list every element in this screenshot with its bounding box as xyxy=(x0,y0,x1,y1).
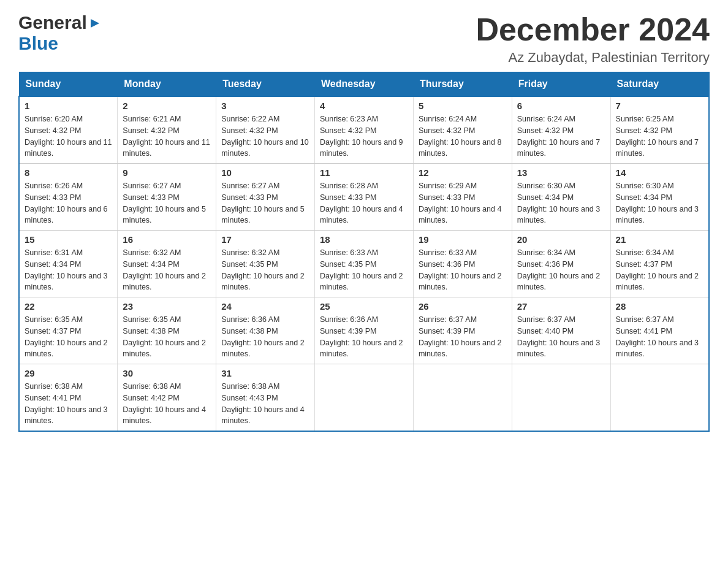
day-info: Sunrise: 6:37 AMSunset: 4:40 PMDaylight:… xyxy=(517,314,605,360)
day-number: 9 xyxy=(123,167,211,178)
calendar-cell: 14Sunrise: 6:30 AMSunset: 4:34 PMDayligh… xyxy=(610,164,709,231)
weekday-header-monday: Monday xyxy=(118,72,216,97)
calendar-cell: 22Sunrise: 6:35 AMSunset: 4:37 PMDayligh… xyxy=(19,297,118,364)
day-info: Sunrise: 6:37 AMSunset: 4:41 PMDaylight:… xyxy=(616,314,703,360)
day-info: Sunrise: 6:33 AMSunset: 4:35 PMDaylight:… xyxy=(320,247,408,293)
calendar-cell: 6Sunrise: 6:24 AMSunset: 4:32 PMDaylight… xyxy=(512,96,610,164)
calendar-cell: 31Sunrise: 6:38 AMSunset: 4:43 PMDayligh… xyxy=(216,364,315,432)
day-number: 21 xyxy=(616,234,703,245)
day-info: Sunrise: 6:33 AMSunset: 4:36 PMDaylight:… xyxy=(419,247,507,293)
day-info: Sunrise: 6:25 AMSunset: 4:32 PMDaylight:… xyxy=(616,113,703,159)
calendar-header-row: SundayMondayTuesdayWednesdayThursdayFrid… xyxy=(19,72,709,97)
calendar-cell xyxy=(512,364,610,432)
day-number: 4 xyxy=(320,101,408,111)
day-number: 18 xyxy=(320,234,408,245)
calendar-cell xyxy=(413,364,512,432)
calendar-cell: 5Sunrise: 6:24 AMSunset: 4:32 PMDaylight… xyxy=(413,96,512,164)
day-info: Sunrise: 6:27 AMSunset: 4:33 PMDaylight:… xyxy=(123,180,211,226)
day-info: Sunrise: 6:27 AMSunset: 4:33 PMDaylight:… xyxy=(221,180,309,226)
day-info: Sunrise: 6:38 AMSunset: 4:41 PMDaylight:… xyxy=(25,381,112,427)
day-info: Sunrise: 6:34 AMSunset: 4:36 PMDaylight:… xyxy=(517,247,605,293)
day-info: Sunrise: 6:30 AMSunset: 4:34 PMDaylight:… xyxy=(517,180,605,226)
day-number: 3 xyxy=(221,101,309,111)
day-number: 5 xyxy=(419,101,507,111)
day-number: 26 xyxy=(419,301,507,312)
day-info: Sunrise: 6:24 AMSunset: 4:32 PMDaylight:… xyxy=(419,113,507,159)
calendar-cell: 29Sunrise: 6:38 AMSunset: 4:41 PMDayligh… xyxy=(19,364,118,432)
calendar-cell: 25Sunrise: 6:36 AMSunset: 4:39 PMDayligh… xyxy=(315,297,414,364)
calendar-cell: 30Sunrise: 6:38 AMSunset: 4:42 PMDayligh… xyxy=(118,364,216,432)
calendar-table: SundayMondayTuesdayWednesdayThursdayFrid… xyxy=(18,72,710,432)
day-info: Sunrise: 6:21 AMSunset: 4:32 PMDaylight:… xyxy=(123,113,211,159)
location-subtitle: Az Zubaydat, Palestinian Territory xyxy=(476,50,710,66)
day-info: Sunrise: 6:23 AMSunset: 4:32 PMDaylight:… xyxy=(320,113,408,159)
day-number: 16 xyxy=(123,234,211,245)
day-number: 17 xyxy=(221,234,309,245)
weekday-header-friday: Friday xyxy=(512,72,610,97)
logo-general-text: General xyxy=(18,12,102,33)
day-number: 14 xyxy=(616,167,703,178)
month-title: December 2024 xyxy=(476,12,710,47)
day-info: Sunrise: 6:28 AMSunset: 4:33 PMDaylight:… xyxy=(320,180,408,226)
calendar-week-5: 29Sunrise: 6:38 AMSunset: 4:41 PMDayligh… xyxy=(19,364,709,432)
calendar-cell: 2Sunrise: 6:21 AMSunset: 4:32 PMDaylight… xyxy=(118,96,216,164)
day-number: 8 xyxy=(25,167,112,178)
day-info: Sunrise: 6:36 AMSunset: 4:39 PMDaylight:… xyxy=(320,314,408,360)
day-number: 29 xyxy=(25,368,112,378)
calendar-cell: 27Sunrise: 6:37 AMSunset: 4:40 PMDayligh… xyxy=(512,297,610,364)
day-number: 24 xyxy=(221,301,309,312)
day-info: Sunrise: 6:26 AMSunset: 4:33 PMDaylight:… xyxy=(25,180,112,226)
day-number: 2 xyxy=(123,101,211,111)
calendar-cell: 16Sunrise: 6:32 AMSunset: 4:34 PMDayligh… xyxy=(118,231,216,297)
calendar-week-3: 15Sunrise: 6:31 AMSunset: 4:34 PMDayligh… xyxy=(19,231,709,297)
calendar-cell: 10Sunrise: 6:27 AMSunset: 4:33 PMDayligh… xyxy=(216,164,315,231)
day-number: 10 xyxy=(221,167,309,178)
calendar-cell: 4Sunrise: 6:23 AMSunset: 4:32 PMDaylight… xyxy=(315,96,414,164)
day-number: 19 xyxy=(419,234,507,245)
day-info: Sunrise: 6:35 AMSunset: 4:38 PMDaylight:… xyxy=(123,314,211,360)
calendar-cell: 12Sunrise: 6:29 AMSunset: 4:33 PMDayligh… xyxy=(413,164,512,231)
day-info: Sunrise: 6:29 AMSunset: 4:33 PMDaylight:… xyxy=(419,180,507,226)
weekday-header-thursday: Thursday xyxy=(413,72,512,97)
weekday-header-saturday: Saturday xyxy=(610,72,709,97)
calendar-week-1: 1Sunrise: 6:20 AMSunset: 4:32 PMDaylight… xyxy=(19,96,709,164)
svg-marker-0 xyxy=(91,19,99,28)
day-number: 20 xyxy=(517,234,605,245)
calendar-cell: 20Sunrise: 6:34 AMSunset: 4:36 PMDayligh… xyxy=(512,231,610,297)
day-number: 31 xyxy=(221,368,309,378)
calendar-cell: 7Sunrise: 6:25 AMSunset: 4:32 PMDaylight… xyxy=(610,96,709,164)
day-info: Sunrise: 6:31 AMSunset: 4:34 PMDaylight:… xyxy=(25,247,112,293)
calendar-cell: 18Sunrise: 6:33 AMSunset: 4:35 PMDayligh… xyxy=(315,231,414,297)
day-number: 25 xyxy=(320,301,408,312)
logo-general: General xyxy=(18,12,87,33)
day-info: Sunrise: 6:36 AMSunset: 4:38 PMDaylight:… xyxy=(221,314,309,360)
day-info: Sunrise: 6:32 AMSunset: 4:35 PMDaylight:… xyxy=(221,247,309,293)
calendar-cell: 26Sunrise: 6:37 AMSunset: 4:39 PMDayligh… xyxy=(413,297,512,364)
calendar-cell: 15Sunrise: 6:31 AMSunset: 4:34 PMDayligh… xyxy=(19,231,118,297)
day-info: Sunrise: 6:32 AMSunset: 4:34 PMDaylight:… xyxy=(123,247,211,293)
day-info: Sunrise: 6:22 AMSunset: 4:32 PMDaylight:… xyxy=(221,113,309,159)
day-info: Sunrise: 6:30 AMSunset: 4:34 PMDaylight:… xyxy=(616,180,703,226)
calendar-cell: 17Sunrise: 6:32 AMSunset: 4:35 PMDayligh… xyxy=(216,231,315,297)
logo-arrow-icon xyxy=(88,17,102,30)
calendar-cell: 23Sunrise: 6:35 AMSunset: 4:38 PMDayligh… xyxy=(118,297,216,364)
day-info: Sunrise: 6:38 AMSunset: 4:42 PMDaylight:… xyxy=(123,381,211,427)
day-number: 7 xyxy=(616,101,703,111)
calendar-cell: 1Sunrise: 6:20 AMSunset: 4:32 PMDaylight… xyxy=(19,96,118,164)
weekday-header-tuesday: Tuesday xyxy=(216,72,315,97)
calendar-week-2: 8Sunrise: 6:26 AMSunset: 4:33 PMDaylight… xyxy=(19,164,709,231)
weekday-header-sunday: Sunday xyxy=(19,72,118,97)
page-header: General Blue December 2024 Az Zubaydat, … xyxy=(18,12,710,66)
calendar-week-4: 22Sunrise: 6:35 AMSunset: 4:37 PMDayligh… xyxy=(19,297,709,364)
calendar-cell: 3Sunrise: 6:22 AMSunset: 4:32 PMDaylight… xyxy=(216,96,315,164)
calendar-cell xyxy=(610,364,709,432)
day-number: 27 xyxy=(517,301,605,312)
calendar-cell: 28Sunrise: 6:37 AMSunset: 4:41 PMDayligh… xyxy=(610,297,709,364)
day-number: 13 xyxy=(517,167,605,178)
calendar-cell: 19Sunrise: 6:33 AMSunset: 4:36 PMDayligh… xyxy=(413,231,512,297)
logo: General Blue xyxy=(18,12,102,54)
day-info: Sunrise: 6:24 AMSunset: 4:32 PMDaylight:… xyxy=(517,113,605,159)
calendar-cell: 9Sunrise: 6:27 AMSunset: 4:33 PMDaylight… xyxy=(118,164,216,231)
weekday-header-wednesday: Wednesday xyxy=(315,72,414,97)
day-info: Sunrise: 6:37 AMSunset: 4:39 PMDaylight:… xyxy=(419,314,507,360)
